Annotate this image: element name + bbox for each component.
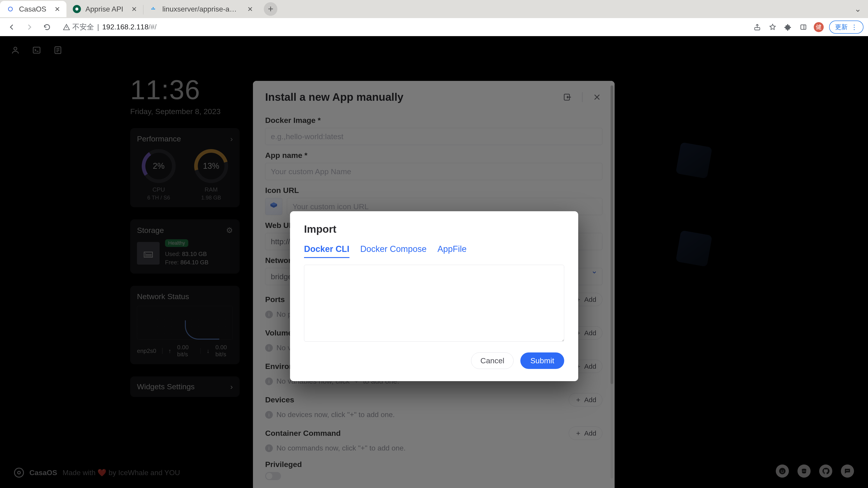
addr-sep: | xyxy=(97,23,99,31)
app-viewport: 11:36 Friday, September 8, 2023 Performa… xyxy=(0,36,868,488)
nav-forward-button xyxy=(22,20,37,34)
browser-chrome: CasaOS ✕ Apprise API ✕ linuxserver/appri… xyxy=(0,0,868,36)
update-label: 更新 xyxy=(835,23,848,31)
tab-docker-cli[interactable]: Docker CLI xyxy=(304,244,349,258)
favicon-casaos xyxy=(6,5,14,13)
toolbar-right: 健 更新 ⋮ xyxy=(752,21,864,34)
tab-strip: CasaOS ✕ Apprise API ✕ linuxserver/appri… xyxy=(0,0,868,18)
insecure-icon xyxy=(63,24,70,31)
svg-point-1 xyxy=(75,7,78,10)
address-bar[interactable]: 不安全 | 192.168.2.118/#/ xyxy=(57,20,749,34)
tab-docker-compose[interactable]: Docker Compose xyxy=(360,244,427,258)
import-textarea[interactable] xyxy=(304,265,564,341)
svg-point-0 xyxy=(8,7,12,11)
import-title: Import xyxy=(304,223,564,235)
tab-appfile[interactable]: AppFile xyxy=(437,244,467,258)
tab-apprise[interactable]: Apprise API ✕ xyxy=(66,1,143,17)
tabs-chevron-down-icon[interactable]: ⌄ xyxy=(855,4,861,14)
import-tabs: Docker CLI Docker Compose AppFile xyxy=(304,244,564,258)
cancel-button[interactable]: Cancel xyxy=(471,352,514,369)
close-icon[interactable]: ✕ xyxy=(131,5,137,13)
tab-label: CasaOS xyxy=(19,5,46,13)
browser-update-button[interactable]: 更新 ⋮ xyxy=(829,21,864,34)
bookmark-star-icon[interactable] xyxy=(768,22,778,32)
extensions-icon[interactable] xyxy=(783,22,793,32)
favicon-docker xyxy=(150,5,158,13)
new-tab-button[interactable]: + xyxy=(264,2,277,16)
nav-back-button[interactable] xyxy=(4,20,19,34)
close-icon[interactable]: ✕ xyxy=(55,5,60,13)
close-icon[interactable]: ✕ xyxy=(247,5,253,13)
nav-reload-button[interactable] xyxy=(40,20,54,34)
share-icon[interactable] xyxy=(752,22,762,32)
url-path: /#/ xyxy=(149,23,157,31)
svg-rect-7 xyxy=(801,25,806,29)
submit-button[interactable]: Submit xyxy=(520,352,564,369)
sidepanel-icon[interactable] xyxy=(798,22,808,32)
kebab-icon: ⋮ xyxy=(851,23,858,31)
tab-label: linuxserver/apprise-api - Dock… xyxy=(162,5,239,13)
profile-avatar[interactable]: 健 xyxy=(814,22,824,32)
import-modal: Import Docker CLI Docker Compose AppFile… xyxy=(290,211,578,381)
svg-rect-5 xyxy=(154,8,155,10)
insecure-label: 不安全 xyxy=(72,22,94,32)
browser-toolbar: 不安全 | 192.168.2.118/#/ 健 更新 ⋮ xyxy=(0,18,868,36)
url-host: 192.168.2.118 xyxy=(102,23,149,31)
svg-rect-2 xyxy=(151,8,153,10)
favicon-apprise xyxy=(73,5,81,13)
avatar-initial: 健 xyxy=(816,23,822,31)
svg-rect-3 xyxy=(153,8,154,10)
tab-casaos[interactable]: CasaOS ✕ xyxy=(0,1,66,17)
tab-docker[interactable]: linuxserver/apprise-api - Dock… ✕ xyxy=(143,1,259,17)
tab-label: Apprise API xyxy=(86,5,123,13)
svg-rect-4 xyxy=(153,7,154,8)
